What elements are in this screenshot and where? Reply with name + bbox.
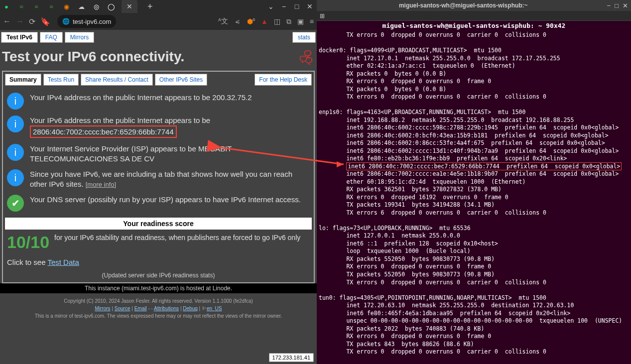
- page-content: Test IPv6 FAQ Mirrors stats 🗫 Test your …: [0, 30, 317, 364]
- warning-triangle-icon[interactable]: ▲: [261, 17, 268, 25]
- info-icon: i: [7, 144, 24, 161]
- term-maximize-icon[interactable]: □: [615, 2, 619, 9]
- site-icon: 🌐: [62, 18, 70, 25]
- check-icon: ✔: [7, 195, 24, 212]
- url-text: test-ipv6.com: [73, 18, 111, 25]
- forward-button[interactable]: →: [16, 17, 24, 26]
- minimize-icon[interactable]: −: [279, 2, 289, 11]
- extensions-icon[interactable]: ⧉: [286, 17, 291, 26]
- footer-email[interactable]: Email: [134, 306, 147, 311]
- footer-debug[interactable]: Debug: [183, 306, 197, 311]
- reload-button[interactable]: ⟳: [29, 17, 35, 26]
- footer-source[interactable]: Source: [115, 306, 130, 311]
- term-minimize-icon[interactable]: −: [607, 2, 611, 9]
- back-button[interactable]: ←: [3, 17, 11, 26]
- more-info-link[interactable]: [more info]: [86, 181, 116, 188]
- subtab-other-sites[interactable]: Other IPv6 Sites: [155, 74, 207, 86]
- footer-copyright: Copyright (C) 2010, 2024 Jason Fesler. A…: [64, 298, 253, 304]
- wifi-icon-2[interactable]: ≈: [32, 2, 41, 11]
- subtab-tests-run[interactable]: Tests Run: [43, 74, 79, 86]
- footer-attributions[interactable]: Attributions: [154, 306, 179, 311]
- tab-stats[interactable]: stats: [292, 32, 316, 43]
- sidebar-icon[interactable]: ▣: [297, 17, 304, 25]
- server-ip-badge: 172.233.181.41: [269, 353, 314, 362]
- chevron-down-icon[interactable]: ⌄: [266, 2, 276, 11]
- isp-result: Your Internet Service Provider (ISP) app…: [30, 144, 310, 163]
- testdata-pre: Click to see: [7, 258, 47, 266]
- bookmark-icon[interactable]: 🔖: [40, 17, 50, 26]
- terminal-ipv6-highlight: inet6 2806:40c:7002:cccc:bec7:6529:66bb:…: [346, 162, 622, 170]
- ipv6-sites-text: Since you have IPv6, we are including a …: [30, 170, 292, 188]
- subtab-help-desk[interactable]: For the Help Desk: [254, 74, 312, 86]
- terminal-window-title: miguel-santos-wh@miguel-santos-wisphub:~: [399, 2, 528, 9]
- info-icon: i: [7, 169, 24, 186]
- ipv6-result: Your IPv6 address on the public Internet…: [30, 116, 210, 138]
- score-header: Your readiness score: [5, 218, 312, 230]
- translate-icon[interactable]: ᴬ文: [218, 17, 228, 26]
- info-icon: i: [7, 93, 24, 110]
- address-bar[interactable]: 🌐 test-ipv6.com: [57, 15, 116, 28]
- whatsapp-icon[interactable]: ●: [2, 2, 11, 11]
- panda-icon[interactable]: ◎: [92, 2, 101, 11]
- github-icon[interactable]: ◯: [107, 2, 116, 11]
- wallet-icon[interactable]: ◫: [274, 17, 280, 25]
- terminal-output[interactable]: TX errors 0 dropped 0 overruns 0 carrier…: [317, 30, 631, 357]
- close-icon[interactable]: ✕: [305, 2, 315, 11]
- grid-icon[interactable]: ⊞: [317, 11, 328, 20]
- terminal-header: miguel-santos-wh@miguel-santos-wisphub: …: [317, 21, 631, 30]
- share-icon[interactable]: ⪪: [234, 17, 241, 25]
- ipv4-result: Your IPv4 address on the public Internet…: [30, 93, 252, 103]
- footer-locale[interactable]: en_US: [207, 306, 222, 311]
- ipv6-address-highlight: 2806:40c:7002:cccc:bec7:6529:66bb:7744: [30, 125, 177, 138]
- dns-result: Your DNS server (possibly run by your IS…: [30, 195, 301, 205]
- test-data-link[interactable]: Test Data: [47, 258, 79, 266]
- menu-icon[interactable]: ≡: [310, 17, 314, 25]
- tab-faq[interactable]: FAQ: [40, 32, 63, 43]
- terminal-titlebar: miguel-santos-wh@miguel-santos-wisphub:~…: [317, 0, 631, 11]
- ipv6-sites-result: Since you have IPv6, we are including a …: [30, 169, 310, 189]
- browser-nav-bar: ← → ⟳ 🔖 🌐 test-ipv6.com ᴬ文 ⪪ ⬢0 ▲ ◫ ⧉ ▣ …: [0, 13, 317, 30]
- browser-titlebar: ● ≈ ≈ ≈ ◉ ☁ ◎ ◯ ✕ + ⌄ − □ ✕: [0, 0, 317, 13]
- results-box: Summary Tests Run Share Results / Contac…: [2, 71, 315, 283]
- terminal-menubar[interactable]: ⊞: [317, 11, 631, 21]
- subtab-share[interactable]: Share Results / Contact: [81, 74, 153, 86]
- updated-stats: (Updated server side IPv6 readiness stat…: [5, 270, 312, 280]
- footer-mirror-note: This is a mirror of test-ipv6.com. The v…: [35, 313, 282, 319]
- score-description: for your IPv6 stability and readiness, w…: [54, 233, 300, 252]
- wifi-icon-3[interactable]: ≈: [47, 2, 56, 11]
- new-tab-button[interactable]: +: [143, 1, 157, 12]
- tab-mirrors[interactable]: Mirrors: [65, 32, 94, 43]
- test-data-line: Click to see Test Data: [5, 254, 312, 270]
- active-tab-close[interactable]: ✕: [122, 0, 137, 13]
- readiness-score: 10/10: [7, 233, 49, 252]
- maximize-icon[interactable]: □: [292, 2, 302, 11]
- info-icon: i: [7, 116, 24, 132]
- orange-app-icon[interactable]: ◉: [62, 2, 71, 11]
- footer: Copyright (C) 2010, 2024 Jason Fesler. A…: [0, 293, 317, 324]
- tab-test-ipv6[interactable]: Test IPv6: [1, 32, 38, 43]
- brave-shield-icon[interactable]: ⬢0: [247, 17, 255, 25]
- footer-mirrors[interactable]: Mirrors: [95, 306, 111, 311]
- subtab-summary[interactable]: Summary: [5, 74, 41, 86]
- cloud-icon[interactable]: ☁: [77, 2, 86, 11]
- ipv6-result-pre: Your IPv6 address on the public Internet…: [30, 116, 210, 124]
- translate-badge-icon[interactable]: 🗫: [299, 50, 313, 66]
- page-title: Test your IPv6 connectivity.: [0, 45, 317, 71]
- wifi-icon[interactable]: ≈: [17, 2, 26, 11]
- instance-info: This instance (miami.test-ipv6.com) is h…: [0, 283, 317, 293]
- term-close-icon[interactable]: ✕: [623, 2, 628, 9]
